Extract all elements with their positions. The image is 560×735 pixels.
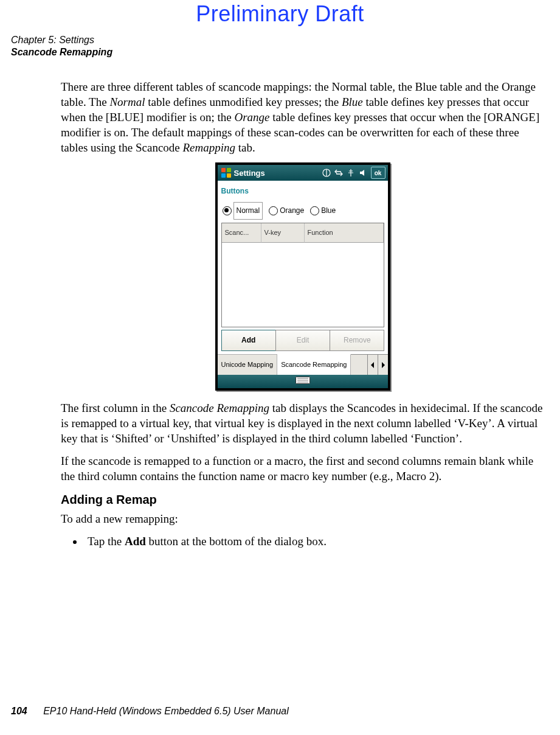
radio-dot-icon [310,206,319,215]
footer-title: EP10 Hand-Held (Windows Embedded 6.5) Us… [43,706,289,716]
col-vkey[interactable]: V-key [261,223,305,243]
tab-scroll-left[interactable] [367,355,378,375]
emphasis-orange: Orange [234,111,269,124]
volume-icon[interactable] [359,169,367,177]
tab-scancode-remapping[interactable]: Scancode Remapping [277,354,351,375]
keyboard-icon[interactable] [296,374,310,389]
emphasis-remapping: Remapping [183,141,236,154]
watermark-text: Preliminary Draft [0,1,560,27]
page-number: 104 [11,706,27,716]
list-item: Tap the Add button at the bottom of the … [84,534,544,549]
button-row: Add Edit Remove [221,330,384,351]
section-label: Scancode Remapping [11,46,112,58]
emphasis-blue: Blue [342,96,363,108]
radio-orange-label: Orange [280,203,304,218]
radio-normal[interactable]: Normal [223,202,263,220]
text: Tap the [88,535,125,548]
emphasis-scancode-remapping: Scancode Remapping [170,402,269,414]
page-footer: 104 EP10 Hand-Held (Windows Embedded 6.5… [11,706,289,717]
col-function[interactable]: Function [305,223,384,243]
remove-button: Remove [330,330,384,351]
add-button[interactable]: Add [221,330,276,351]
radio-blue-label: Blue [321,203,336,218]
text: The first column in the [61,402,170,414]
signal-icon[interactable] [347,169,355,177]
bold-add: Add [125,535,146,548]
radio-normal-label: Normal [233,202,263,220]
tab-scroll-right[interactable] [378,355,388,375]
subheading-adding-remap: Adding a Remap [61,492,544,507]
text: tab. [235,141,255,154]
bullet-list: Tap the Add button at the bottom of the … [61,534,544,549]
mapping-table[interactable]: Scanc... V-key Function [221,223,384,327]
window-title: Settings [234,165,265,181]
radio-dot-icon [223,206,232,215]
paragraph-3: If the scancode is remapped to a functio… [61,453,544,484]
radio-blue[interactable]: Blue [310,203,336,218]
tab-strip: Unicode Mapping Scancode Remapping [218,354,388,375]
emphasis-normal: Normal [109,96,145,108]
category-label: Buttons [218,181,388,200]
edit-button: Edit [275,330,330,351]
ok-button[interactable]: ok [371,167,385,179]
text: button at the bottom of the dialog box. [146,535,327,548]
radio-dot-icon [269,206,278,215]
table-header-row: Scanc... V-key Function [222,223,384,243]
radio-group: Normal Orange Blue [218,200,388,222]
paragraph-4: To add a new remapping: [61,511,544,526]
radio-orange[interactable]: Orange [269,203,304,218]
text: table defines unmodified key presses; th… [145,96,341,108]
connectivity-icon[interactable] [322,169,331,177]
sync-icon[interactable] [334,169,343,177]
paragraph-1: There are three different tables of scan… [61,79,544,155]
softkey-bar [218,375,388,388]
paragraph-2: The first column in the Scancode Remappi… [61,400,544,446]
chapter-label: Chapter 5: Settings [11,34,112,46]
device-screenshot: Settings ok Buttons [215,162,390,391]
col-scancode[interactable]: Scanc... [222,223,261,243]
body-content: There are three different tables of scan… [61,79,544,552]
start-icon[interactable] [221,167,232,178]
page-header: Chapter 5: Settings Scancode Remapping [11,34,112,58]
tab-unicode-mapping[interactable]: Unicode Mapping [218,354,278,375]
titlebar: Settings ok [218,165,388,181]
tab-nav [367,355,388,375]
